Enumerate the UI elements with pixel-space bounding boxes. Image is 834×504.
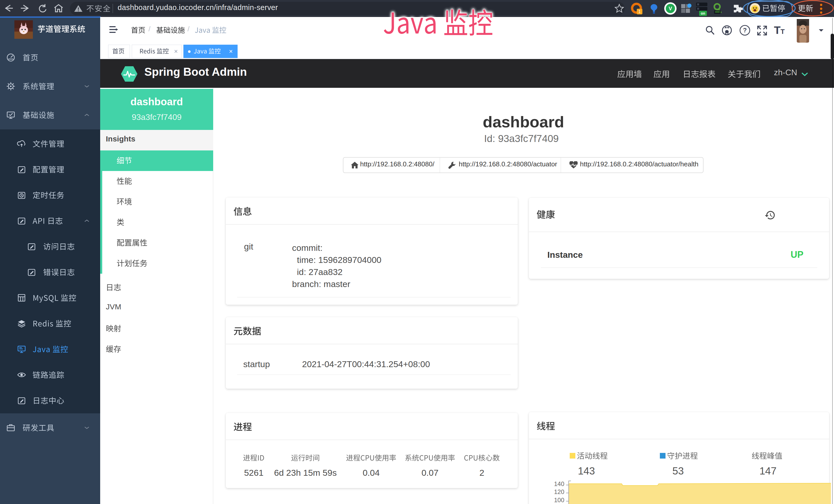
svg-text:?: ? (743, 27, 747, 33)
svg-text:V: V (668, 6, 672, 11)
svg-text:on: on (701, 11, 705, 16)
svg-text:1: 1 (639, 9, 641, 14)
